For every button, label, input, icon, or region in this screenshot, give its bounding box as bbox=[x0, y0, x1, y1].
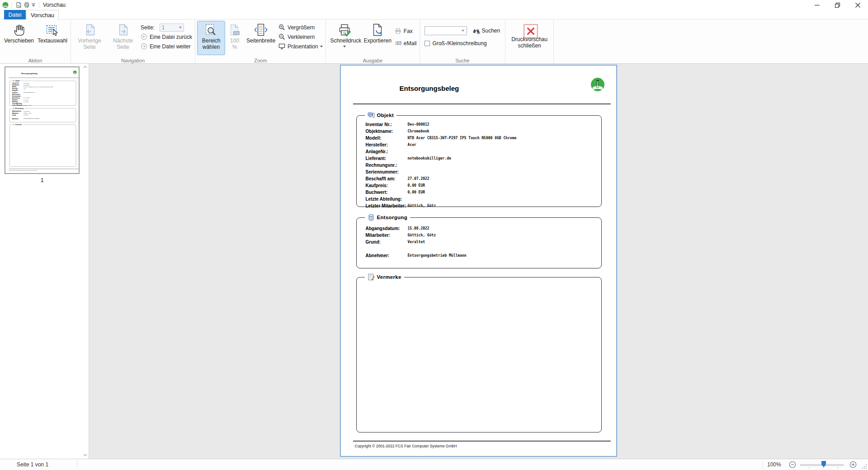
document-page: Entsorgungsbeleg Objekt Inventar Nr.:Dev… bbox=[340, 65, 617, 457]
field-value: 0,00 EUR bbox=[408, 183, 425, 188]
hundert-prozent-button[interactable]: 100 100 % bbox=[225, 21, 244, 55]
field-value: Acer bbox=[408, 143, 416, 147]
suche-stack: Suchen Groß-/Kleinschreibung bbox=[422, 21, 504, 47]
zoom-in-button[interactable] bbox=[849, 461, 857, 468]
footer-rule bbox=[353, 441, 611, 442]
bereich-waehlen-button[interactable]: Bereich wählen bbox=[197, 21, 225, 55]
ribbon-group-ausgabe: Schnelldruck Exportieren Fax eMail Ausga… bbox=[326, 19, 420, 64]
field-row: Mitarbeiter:Güttich, Götz bbox=[366, 232, 598, 239]
zoom-slider-handle[interactable] bbox=[821, 461, 826, 467]
search-combobox[interactable] bbox=[425, 26, 467, 35]
thumbnail-panel: Entsorgungsbeleg Objekt Inventar Nr.:Dev… bbox=[0, 64, 89, 459]
zoom-out-button[interactable] bbox=[789, 461, 796, 468]
page-thumbnail-content: Entsorgungsbeleg Objekt Inventar Nr.:Dev… bbox=[5, 67, 80, 174]
divider bbox=[763, 461, 763, 469]
zoom-stack: Vergrößern Verkleinern Präsentation bbox=[278, 21, 324, 51]
button-label: Vorherige Seite bbox=[75, 38, 104, 50]
zoom-out-icon bbox=[278, 33, 285, 40]
praesentation-button[interactable]: Präsentation bbox=[278, 42, 323, 51]
minimize-button[interactable] bbox=[807, 0, 827, 10]
document-title: Entsorgungsbeleg bbox=[400, 85, 459, 92]
page-number-spinner[interactable]: 1 bbox=[160, 24, 184, 32]
scroll-up-icon[interactable] bbox=[82, 66, 88, 68]
field-row: Lieferant:notebooksbilliger.de bbox=[366, 155, 598, 162]
eine-datei-zurueck-button[interactable]: Eine Datei zurück bbox=[141, 33, 192, 41]
field-value: 0,00 EUR bbox=[408, 190, 425, 194]
field-row: Objektname:Chromebook bbox=[366, 128, 598, 135]
section-title: Vermerke bbox=[377, 274, 401, 280]
field-value: Entsorgungsbetrieb Müllmann bbox=[408, 254, 467, 258]
verkleinern-button[interactable]: Verkleinern bbox=[278, 33, 323, 41]
field-row: Abgangsdatum:15.08.2022 bbox=[366, 225, 598, 232]
quick-access-customize-icon[interactable] bbox=[31, 1, 36, 9]
vergroessern-button[interactable]: Vergrößern bbox=[278, 23, 323, 32]
group-label: Suche bbox=[420, 58, 505, 63]
button-label: Textauswahl bbox=[38, 38, 66, 44]
section-legend: Entsorgung bbox=[365, 214, 410, 221]
fax-button[interactable]: Fax bbox=[395, 27, 417, 35]
section-vermerke: Vermerke bbox=[356, 277, 602, 432]
tab-vorschau[interactable]: Vorschau bbox=[26, 10, 59, 20]
exportieren-button[interactable]: Exportieren bbox=[361, 21, 393, 55]
naechste-seite-button[interactable]: Nächste Seite bbox=[106, 21, 140, 55]
druckvorschau-schliessen-button[interactable]: Druckvorschau schließen bbox=[507, 21, 552, 55]
section-title: Objekt bbox=[377, 113, 394, 118]
vorherige-seite-button[interactable]: Vorherige Seite bbox=[73, 21, 106, 55]
slider-tick bbox=[809, 467, 809, 469]
field-label: Modell: bbox=[366, 136, 408, 141]
tab-datei[interactable]: Datei bbox=[4, 10, 26, 19]
slider-tick bbox=[823, 467, 824, 469]
section-fields: Abgangsdatum:15.08.2022Mitarbeiter:Gütti… bbox=[366, 225, 598, 259]
case-sensitive-checkbox[interactable] bbox=[425, 41, 430, 46]
button-label: Eine Datei weiter bbox=[150, 43, 191, 50]
resize-grip[interactable] bbox=[862, 464, 867, 469]
export-document-icon[interactable] bbox=[14, 1, 23, 9]
field-label: AnlageNr.: bbox=[366, 149, 408, 154]
ribbon-tabs: Datei Vorschau bbox=[0, 10, 868, 19]
field-label: Lieferant: bbox=[366, 156, 408, 161]
field-value: Güttich, Götz bbox=[408, 233, 436, 237]
eine-datei-weiter-button[interactable]: Eine Datei weiter bbox=[141, 42, 192, 51]
field-value: Veraltet bbox=[408, 240, 425, 244]
button-label: Bereich wählen bbox=[199, 38, 223, 50]
field-label: Abgangsdatum: bbox=[366, 226, 408, 231]
button-label: Präsentation bbox=[288, 43, 318, 50]
preview-area[interactable]: Entsorgungsbeleg Objekt Inventar Nr.:Dev… bbox=[89, 64, 868, 459]
field-value: 27.07.2022 bbox=[408, 177, 429, 181]
seitenbreite-button[interactable]: Seitenbreite bbox=[244, 21, 278, 55]
note-icon bbox=[368, 273, 375, 281]
ribbon: Verschieben Textauswahl Aktion Vorherige… bbox=[0, 19, 868, 64]
button-label: Exportieren bbox=[363, 38, 391, 44]
close-button[interactable] bbox=[848, 0, 868, 10]
quick-print-icon[interactable] bbox=[23, 1, 31, 9]
divider bbox=[39, 2, 39, 8]
button-label: Seitenbreite bbox=[246, 38, 275, 44]
email-button[interactable]: eMail bbox=[395, 39, 417, 47]
field-row: Inventar Nr.:Dev-000012 bbox=[366, 121, 598, 128]
close-preview-icon bbox=[524, 24, 535, 36]
divider bbox=[11, 2, 12, 8]
field-row: Kaufpreis:0,00 EUR bbox=[366, 182, 598, 189]
scroll-down-icon[interactable] bbox=[82, 454, 88, 456]
app-logo-icon bbox=[2, 2, 9, 8]
verschieben-button[interactable]: Verschieben bbox=[2, 21, 35, 55]
section-title: Entsorgung bbox=[377, 215, 408, 220]
field-row: Modell:NTB Acer CB315-3HT-P297 IPS Touch… bbox=[366, 135, 598, 141]
textauswahl-button[interactable]: Textauswahl bbox=[35, 21, 69, 55]
field-label: Buchwert: bbox=[366, 190, 408, 195]
schnelldruck-button[interactable]: Schnelldruck bbox=[328, 21, 361, 55]
page-next-icon bbox=[116, 23, 130, 37]
field-label: Mitarbeiter: bbox=[366, 233, 408, 238]
statusbar: Seite 1 von 1 100% bbox=[0, 459, 868, 470]
page-thumbnail[interactable]: Entsorgungsbeleg Objekt Inventar Nr.:Dev… bbox=[5, 66, 80, 174]
restore-button[interactable] bbox=[827, 0, 848, 10]
divider bbox=[77, 461, 77, 469]
field-row: Letzte Abteilung: bbox=[366, 196, 598, 202]
group-label: Navigation bbox=[71, 58, 195, 63]
field-label: Grund: bbox=[366, 240, 408, 244]
hand-icon bbox=[11, 23, 26, 37]
circle-arrow-left-icon bbox=[141, 33, 147, 40]
search-input[interactable] bbox=[428, 28, 462, 34]
suchen-button[interactable]: Suchen bbox=[471, 27, 502, 35]
field-label: Seriennummer: bbox=[366, 169, 408, 174]
